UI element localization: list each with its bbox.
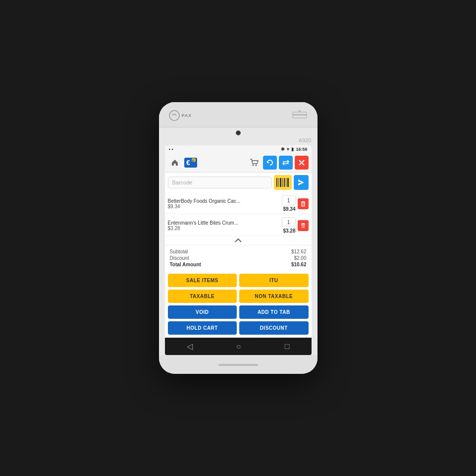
- subtotal-value: $12.62: [291, 249, 307, 254]
- item-right: 1 $9.34: [282, 195, 296, 212]
- close-button[interactable]: [295, 156, 309, 170]
- screen: ▪ ▪ ✱ ▾ ▮ 16:56 € E: [165, 145, 312, 355]
- item-total: $9.34: [283, 206, 295, 212]
- nav-back-button[interactable]: ◁: [187, 342, 193, 351]
- subtotal-row: Subtotal $12.62: [170, 248, 307, 255]
- svg-rect-15: [287, 178, 289, 187]
- cart-item: BetterBody Foods Organic Cac... $9.34 1 …: [165, 192, 312, 214]
- item-right: 1 $3.28: [282, 217, 296, 234]
- svg-rect-10: [278, 178, 279, 187]
- svg-rect-12: [282, 178, 283, 187]
- barcode-input[interactable]: Barcode: [168, 177, 272, 188]
- pax-logo-icon: [169, 110, 180, 121]
- cart-button[interactable]: [247, 156, 261, 170]
- total-amount-value: $10.62: [291, 262, 307, 267]
- wifi-icon: ▾: [287, 147, 289, 152]
- notification-icons: ▪ ▪: [169, 147, 173, 152]
- status-bar: ▪ ▪ ✱ ▾ ▮ 16:56: [165, 145, 312, 153]
- bluetooth-icon: ✱: [281, 147, 285, 152]
- svg-rect-18: [301, 202, 305, 206]
- pax-brand-text: PAX: [182, 113, 192, 118]
- app-logo-button[interactable]: € E: [184, 156, 198, 170]
- item-name: BetterBody Foods Organic Cac...: [168, 198, 280, 204]
- device: PAX A920 ▪ ▪ ✱ ▾ ▮ 16:56: [159, 102, 317, 374]
- svg-rect-9: [276, 178, 277, 187]
- item-qty[interactable]: 1: [282, 195, 296, 205]
- svg-point-0: [169, 111, 179, 120]
- svg-text:€: €: [186, 159, 190, 167]
- svg-point-7: [252, 165, 254, 166]
- item-info: Entenmann's Little Bites Crum... $3.28: [168, 220, 280, 231]
- svg-text:E: E: [192, 159, 195, 163]
- discount-value: $2.00: [294, 255, 306, 261]
- device-top: PAX: [159, 102, 317, 127]
- item-unit-price: $9.34: [168, 204, 280, 209]
- svg-rect-19: [301, 224, 305, 228]
- pax-logo: PAX: [169, 110, 192, 121]
- add-to-tab-button[interactable]: ADD TO TAB: [239, 305, 309, 319]
- item-delete-button[interactable]: [298, 220, 309, 231]
- sale-items-button[interactable]: SALE ITEMS: [168, 274, 237, 287]
- svg-rect-16: [302, 201, 305, 202]
- item-qty[interactable]: 1: [282, 217, 296, 227]
- taxable-button[interactable]: TAXABLE: [168, 290, 237, 303]
- total-amount-label: Total Amount: [170, 262, 201, 267]
- battery-icon: ▮: [291, 147, 294, 152]
- toolbar: € E: [165, 153, 312, 173]
- discount-button[interactable]: DISCOUNT: [239, 321, 309, 335]
- itu-button[interactable]: ITU: [239, 274, 309, 287]
- item-name: Entenmann's Little Bites Crum...: [168, 220, 280, 226]
- collapse-button[interactable]: [165, 236, 312, 245]
- item-delete-button[interactable]: [298, 198, 309, 209]
- barcode-scan-button[interactable]: [274, 175, 292, 190]
- hold-cart-button[interactable]: HOLD CART: [168, 321, 237, 335]
- camera-dot: [236, 130, 241, 135]
- status-left-icons: ▪ ▪: [169, 147, 173, 152]
- transfer-button[interactable]: [279, 156, 293, 170]
- svg-rect-20: [302, 223, 305, 224]
- home-button[interactable]: [168, 156, 182, 170]
- device-model: A920: [159, 137, 317, 145]
- svg-rect-13: [284, 178, 285, 187]
- barcode-icon: [276, 178, 290, 187]
- nav-home-button[interactable]: ○: [236, 342, 241, 351]
- nav-bar: ◁ ○ □: [165, 338, 312, 355]
- nav-recent-button[interactable]: □: [285, 342, 290, 351]
- home-indicator: [218, 364, 258, 366]
- non-taxable-button[interactable]: NON TAXABLE: [239, 290, 309, 303]
- svg-point-8: [255, 165, 257, 166]
- cart-item: Entenmann's Little Bites Crum... $3.28 1…: [165, 214, 312, 236]
- svg-rect-11: [280, 178, 281, 187]
- item-info: BetterBody Foods Organic Cac... $9.34: [168, 198, 280, 209]
- cart-items: BetterBody Foods Organic Cac... $9.34 1 …: [165, 192, 312, 245]
- time-display: 16:56: [296, 147, 307, 152]
- card-reader-icon: [292, 109, 308, 122]
- svg-rect-2: [293, 114, 307, 116]
- discount-row: Discount $2.00: [170, 255, 307, 261]
- device-bottom: [159, 355, 317, 374]
- action-buttons: SALE ITEMS ITU TAXABLE NON TAXABLE VOID …: [165, 271, 312, 338]
- camera-area: [236, 127, 241, 137]
- refresh-button[interactable]: [263, 156, 277, 170]
- discount-label: Discount: [170, 255, 189, 261]
- item-total: $3.28: [283, 228, 295, 234]
- status-right-icons: ✱ ▾ ▮ 16:56: [281, 147, 307, 152]
- subtotal-label: Subtotal: [170, 249, 188, 254]
- totals-section: Subtotal $12.62 Discount $2.00 Total Amo…: [165, 245, 312, 271]
- svg-rect-21: [301, 224, 305, 224]
- svg-rect-14: [286, 178, 286, 187]
- item-unit-price: $3.28: [168, 226, 280, 231]
- total-amount-row: Total Amount $10.62: [170, 261, 307, 268]
- void-button[interactable]: VOID: [168, 305, 237, 319]
- barcode-row: Barcode: [165, 173, 312, 192]
- send-button[interactable]: [294, 175, 309, 190]
